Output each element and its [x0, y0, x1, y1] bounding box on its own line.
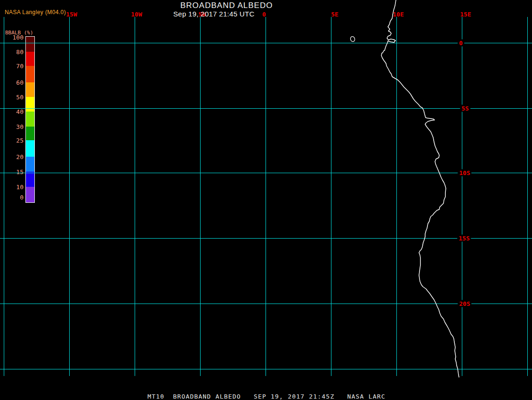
lat-label-10S: 10S: [458, 169, 471, 176]
footer-status-line: MT10 BROADBAND ALBEDO SEP 19, 2017 21:45…: [147, 393, 386, 400]
timestamp-label: Sep 19, 2017 21:45 UTC: [173, 10, 255, 18]
lat-label-5S: 5S: [460, 105, 470, 112]
lat-label-15S: 15S: [457, 235, 471, 242]
page-title: BROADBAND ALBEDO: [180, 1, 273, 10]
lat-label-0: 0: [458, 40, 464, 47]
albedo-map-screen: NASA Langley (M04.0) BROADBAND ALBEDO Se…: [0, 0, 532, 400]
nasa-source-label: NASA Langley (M04.0): [5, 9, 66, 16]
lat-label-20S: 20S: [458, 300, 471, 307]
latitude-labels: 05S10S15S20S: [0, 0, 532, 400]
